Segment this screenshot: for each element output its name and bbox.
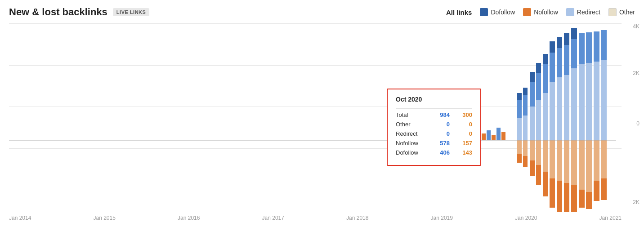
svg-rect-62 (586, 192, 592, 209)
tooltip-val-redirect-new: 0 (427, 130, 450, 137)
svg-rect-15 (523, 116, 528, 140)
x-label-2018: Jan 2018 (346, 215, 368, 221)
svg-rect-40 (557, 77, 562, 140)
svg-rect-37 (550, 41, 555, 53)
tooltip: Oct 2020 Total 984 300 Other 0 0 Redirec… (387, 89, 481, 166)
tooltip-val-other-lost: 0 (450, 121, 472, 128)
svg-rect-11 (517, 100, 522, 118)
chart-title: New & lost backlinks (9, 6, 107, 18)
svg-rect-19 (523, 156, 528, 167)
svg-rect-44 (557, 181, 562, 212)
bars-svg (9, 23, 616, 212)
x-label-2020: Jan 2020 (515, 215, 537, 221)
svg-rect-30 (543, 93, 548, 140)
svg-rect-35 (550, 82, 555, 140)
other-swatch (608, 8, 617, 16)
svg-rect-43 (557, 140, 562, 181)
x-label-2016: Jan 2016 (178, 215, 200, 221)
tooltip-val-other-new: 0 (427, 121, 450, 128)
svg-rect-39 (550, 178, 555, 208)
svg-rect-70 (601, 178, 607, 200)
svg-rect-21 (530, 82, 535, 107)
svg-rect-31 (543, 64, 548, 93)
other-label: Other (619, 9, 635, 16)
svg-rect-54 (571, 185, 577, 212)
svg-rect-14 (517, 154, 522, 163)
svg-rect-65 (594, 140, 599, 181)
svg-rect-5 (482, 133, 486, 140)
tooltip-row-redirect: Redirect 0 0 (396, 130, 472, 137)
tooltip-label-dofollow: Dofollow (396, 149, 427, 156)
svg-rect-22 (530, 72, 535, 82)
dofollow-swatch (480, 8, 488, 16)
svg-rect-24 (530, 160, 535, 176)
svg-rect-59 (586, 63, 592, 140)
tooltip-row-total: Total 984 300 (396, 111, 472, 118)
svg-rect-32 (543, 54, 548, 64)
x-label-2021: Jan 2021 (599, 215, 622, 221)
svg-rect-55 (579, 64, 585, 140)
svg-rect-61 (586, 140, 592, 192)
tooltip-row-other: Other 0 0 (396, 121, 472, 128)
svg-rect-64 (594, 31, 599, 62)
svg-rect-49 (564, 183, 569, 212)
svg-rect-58 (579, 190, 585, 208)
legend-item-dofollow[interactable]: Dofollow (480, 8, 515, 16)
tooltip-label-total: Total (396, 111, 427, 118)
tooltip-val-dofollow-new: 406 (427, 149, 450, 156)
nofollow-label: Nofollow (534, 9, 558, 16)
svg-rect-29 (536, 165, 541, 185)
x-label-2017: Jan 2017 (262, 215, 284, 221)
svg-rect-13 (517, 140, 522, 154)
tooltip-label-redirect: Redirect (396, 130, 427, 137)
svg-rect-23 (530, 140, 535, 160)
tooltip-date: Oct 2020 (396, 96, 472, 103)
nofollow-swatch (523, 8, 531, 16)
x-axis: Jan 2014 Jan 2015 Jan 2016 Jan 2017 Jan … (9, 215, 622, 221)
tooltip-label-nofollow: Nofollow (396, 140, 427, 147)
svg-rect-50 (571, 68, 577, 140)
svg-rect-52 (571, 28, 577, 39)
live-links-badge[interactable]: LIVE LINKS (113, 8, 150, 16)
tooltip-row-dofollow: Dofollow 406 143 (396, 149, 472, 156)
svg-rect-7 (492, 135, 496, 140)
legend-all-links[interactable]: All links (446, 9, 472, 16)
y-label-2k-top: 2K (633, 70, 640, 76)
svg-rect-53 (571, 140, 577, 185)
tooltip-row-nofollow: Nofollow 578 157 (396, 140, 472, 147)
svg-rect-60 (586, 32, 592, 63)
tooltip-val-nofollow-lost: 157 (450, 140, 472, 147)
x-label-2019: Jan 2019 (431, 215, 453, 221)
legend-item-other[interactable]: Other (608, 8, 635, 16)
svg-rect-41 (557, 48, 562, 77)
svg-rect-38 (550, 140, 555, 178)
svg-rect-47 (564, 33, 569, 45)
svg-rect-69 (601, 140, 607, 178)
tooltip-divider (396, 108, 472, 109)
y-label-4k: 4K (633, 23, 640, 30)
chart-area: 4K 2K 0 (0, 23, 644, 226)
svg-rect-6 (487, 130, 491, 140)
legend-item-redirect[interactable]: Redirect (566, 8, 600, 16)
svg-rect-10 (517, 118, 522, 140)
svg-rect-33 (543, 140, 548, 172)
svg-rect-45 (564, 75, 569, 140)
svg-rect-16 (523, 95, 528, 116)
chart-container: New & lost backlinks LIVE LINKS All link… (0, 0, 644, 249)
title-section: New & lost backlinks LIVE LINKS (9, 6, 149, 18)
svg-rect-67 (601, 60, 607, 140)
svg-rect-12 (517, 93, 522, 100)
tooltip-val-nofollow-new: 578 (427, 140, 450, 147)
svg-rect-48 (564, 140, 569, 183)
legend-item-nofollow[interactable]: Nofollow (523, 8, 558, 16)
svg-rect-20 (530, 107, 535, 140)
legend: All links Dofollow Nofollow Redirect Oth… (446, 8, 635, 16)
redirect-swatch (566, 8, 574, 16)
svg-rect-34 (543, 172, 548, 196)
svg-rect-28 (536, 140, 541, 165)
svg-rect-57 (579, 140, 585, 190)
x-label-2014: Jan 2014 (9, 215, 31, 221)
svg-rect-9 (501, 132, 505, 140)
svg-rect-56 (579, 33, 585, 64)
svg-rect-66 (594, 181, 599, 201)
